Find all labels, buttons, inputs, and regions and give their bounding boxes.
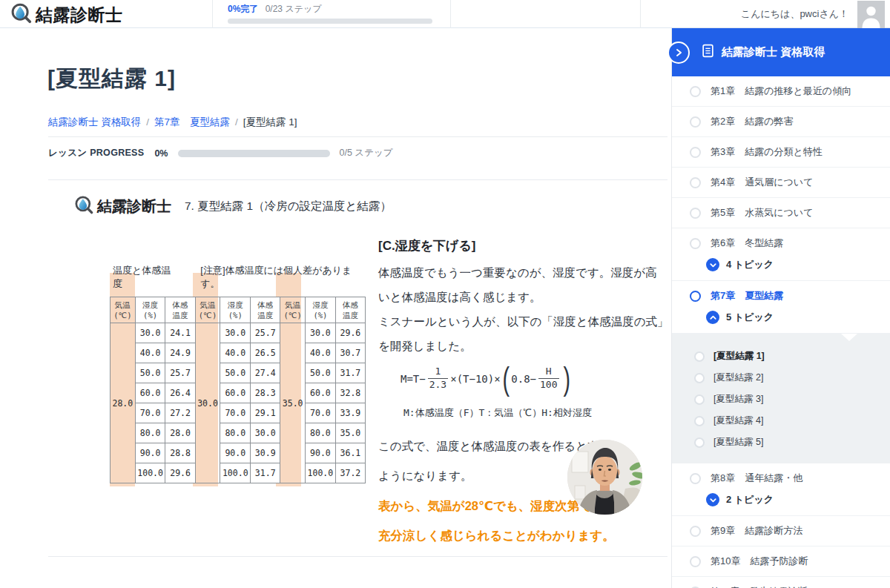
humidity-cell: 50.0	[306, 363, 336, 383]
sidebar-chapter-item[interactable]: 第5章 水蒸気について	[672, 198, 890, 228]
brand-logo[interactable]: 結露診断士	[10, 2, 123, 27]
topics-panel: [夏型結露 1][夏型結露 2][夏型結露 3][夏型結露 4][夏型結露 5]	[672, 334, 890, 463]
feel-temp-cell: 28.0	[165, 423, 195, 443]
table-row: 50.025.750.027.450.031.7	[111, 363, 366, 383]
sidebar-chapter-item[interactable]: 第2章 結露の弊害	[672, 107, 890, 136]
humidity-cell: 100.0	[306, 463, 336, 483]
table-header-cell: 体感 温度	[251, 297, 280, 323]
feel-table: 気温 (℃)湿度 (%)体感 温度気温 (℃)湿度 (%)体感 温度気温 (℃)…	[110, 297, 366, 483]
topic-label: [夏型結露 5]	[713, 436, 763, 449]
topics-toggle[interactable]: 5 トピック	[672, 311, 890, 333]
formula-part: ×(T−10)×	[450, 373, 500, 385]
topics-toggle[interactable]: 2 トピック	[672, 493, 890, 515]
feel-temp-cell: 30.9	[251, 443, 280, 463]
humidity-cell: 30.0	[135, 323, 165, 343]
feel-temp-cell: 28.8	[165, 443, 195, 463]
topic-label: [夏型結露 2]	[713, 371, 763, 384]
topics-toggle[interactable]: 4 トピック	[672, 258, 890, 280]
breadcrumb: 結露診断士 資格取得/第7章 夏型結露/[夏型結露 1]	[48, 116, 297, 129]
chevron-up-icon	[706, 311, 719, 324]
feel-temp-cell: 35.0	[335, 423, 365, 443]
sidebar-chapter-item[interactable]: 第7章 夏型結露	[672, 281, 890, 311]
progress-ring-icon	[694, 373, 705, 383]
user-area: こんにちは、pwciさん！	[640, 0, 890, 28]
course-progress-percent: 0%完了	[228, 4, 258, 14]
chapter-label: 第4章 通気層について	[711, 176, 813, 189]
sidebar-chapter-item[interactable]: 第1章 結露の推移と最近の傾向	[672, 76, 890, 106]
feel-temp-cell: 31.7	[251, 463, 280, 483]
formula-part: 0.8−	[511, 373, 536, 385]
topics-count-label: 2 トピック	[726, 493, 774, 506]
chapter-label: 第6章 冬型結露	[711, 237, 783, 250]
table-header-cell: 体感 温度	[165, 297, 195, 323]
chapter-label: 第9章 結露診断方法	[711, 524, 802, 538]
chapter-label: 第8章 通年結露・他	[711, 472, 802, 485]
topic-label: [夏型結露 1]	[713, 350, 765, 363]
chapter-block: 第1章 結露の推移と最近の傾向	[672, 76, 890, 107]
table-header-cell: 気温 (℃)	[195, 297, 220, 323]
course-progress-bar	[228, 19, 432, 24]
feel-temp-cell: 30.0	[251, 423, 280, 443]
feel-temp-cell: 29.1	[251, 403, 280, 423]
table-row: 90.028.890.030.990.036.1	[111, 443, 366, 463]
feel-temp-cell: 26.5	[251, 343, 280, 363]
divider	[48, 556, 668, 557]
chapter-label: 第10章 結露予防診断	[711, 555, 808, 568]
feel-temp-cell: 37.2	[335, 463, 365, 483]
table-header-cell: 湿度 (%)	[220, 297, 251, 323]
humidity-cell: 80.0	[220, 423, 251, 443]
humidity-cell: 100.0	[220, 463, 251, 483]
chapter-block: 第2章 結露の弊害	[672, 107, 890, 137]
formula-paren: (	[502, 366, 510, 392]
topic-item[interactable]: [夏型結露 4]	[672, 410, 890, 432]
chapter-block: 第5章 水蒸気について	[672, 198, 890, 228]
fraction: 1 2.3	[428, 366, 448, 392]
sidebar-chapter-item[interactable]: 第4章 通気層について	[672, 168, 890, 197]
chapter-label: 第2章 結露の弊害	[711, 115, 794, 128]
feel-temp-cell: 24.9	[165, 343, 195, 363]
user-avatar[interactable]	[857, 1, 885, 28]
breadcrumb-link[interactable]: 結露診断士 資格取得	[48, 116, 141, 128]
temp-value-cell: 35.0	[280, 323, 306, 483]
table-caption: 温度と体感温度	[113, 264, 178, 291]
breadcrumb-current: [夏型結露 1]	[243, 116, 297, 128]
highlight-text-line: 充分涼しく感じられることがわかります。	[378, 521, 675, 550]
sidebar-chapter-item[interactable]: 第3章 結露の分類と特性	[672, 137, 890, 167]
sidebar-collapse-button[interactable]	[668, 42, 690, 64]
sidebar-course-title: 結露診断士 資格取得	[722, 45, 825, 59]
topic-item[interactable]: [夏型結露 1]	[672, 346, 890, 367]
progress-ring-icon	[690, 291, 701, 302]
chevron-down-icon	[706, 258, 719, 271]
feel-temp-cell: 25.7	[251, 323, 280, 343]
sidebar-chapter-item[interactable]: 第10章 結露予防診断	[672, 546, 890, 576]
progress-ring-icon	[694, 416, 705, 426]
progress-ring-icon	[690, 86, 701, 97]
humidity-cell: 30.0	[220, 323, 251, 343]
progress-ring-icon	[690, 526, 701, 537]
humidity-cell: 70.0	[135, 403, 165, 423]
sidebar-chapter-item[interactable]: 第11章 発生結露診断	[672, 577, 890, 588]
progress-ring-icon	[690, 473, 701, 484]
text-line: を開発しました。	[378, 334, 675, 358]
humidity-cell: 40.0	[306, 343, 336, 363]
text-line: ミスナールという人が、以下の「湿度と体感温度の式」	[378, 309, 675, 334]
sidebar-chapter-item[interactable]: 第9章 結露診断方法	[672, 516, 890, 546]
progress-ring-icon	[690, 116, 701, 128]
progress-ring-icon	[690, 147, 701, 158]
feel-temp-cell: 30.7	[335, 343, 365, 363]
lesson-progress: レッスン PROGRESS 0% 0/5 ステップ	[48, 147, 393, 159]
topic-item[interactable]: [夏型結露 5]	[672, 432, 890, 453]
table-header-cell: 湿度 (%)	[306, 297, 336, 323]
topic-item[interactable]: [夏型結露 3]	[672, 389, 890, 410]
topic-item[interactable]: [夏型結露 2]	[672, 367, 890, 389]
progress-ring-icon	[694, 437, 705, 448]
sidebar-chapter-item[interactable]: 第8章 通年結露・他	[672, 463, 890, 493]
sidebar-header: 結露診断士 資格取得	[672, 28, 890, 76]
chapter-block: 第4章 通気層について	[672, 168, 890, 198]
chapter-block: 第9章 結露診断方法	[672, 516, 890, 546]
feel-temp-cell: 33.9	[335, 403, 365, 423]
table-note: [注意]体感温度には個人差があります。	[200, 264, 366, 291]
humidity-cell: 40.0	[220, 343, 251, 363]
sidebar-chapter-item[interactable]: 第6章 冬型結露	[672, 228, 890, 258]
breadcrumb-link[interactable]: 第7章 夏型結露	[154, 116, 230, 128]
